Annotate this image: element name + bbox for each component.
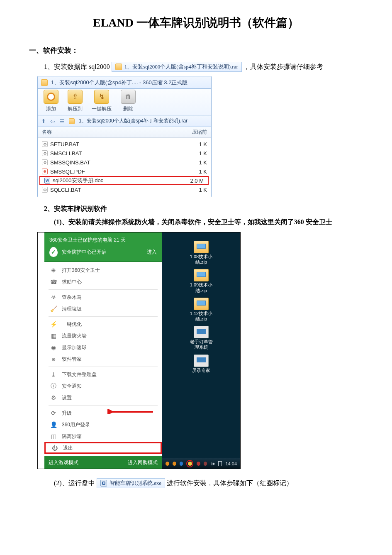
menu-item[interactable]: ⟳升级	[44, 407, 162, 419]
menu-item-icon: 🧹	[50, 306, 57, 312]
archive-icon	[69, 118, 75, 124]
menu-item[interactable]: ⤓下载文件整理盘	[44, 369, 162, 380]
menu-item-icon: ◉	[50, 344, 57, 351]
zip-delete-button[interactable]: 删除	[121, 90, 136, 112]
tray-flag-icon[interactable]	[218, 461, 222, 466]
menu-item-list: ⊕打开360安全卫士☎求助中心☣查杀木马🧹清理垃圾⚡一键优化▦流量防火墙◉显示加…	[44, 262, 162, 456]
tray-volume-icon[interactable]: 🕪	[210, 461, 215, 466]
zip-file-row[interactable]: SMSSQINS.BAT1 K	[38, 158, 211, 167]
zip-file-name: SMSCLI.BAT	[50, 150, 82, 156]
menu-item[interactable]: ⚡一键优化	[44, 318, 162, 330]
exe-file-chip: 智能车牌识别系统.exe	[97, 478, 165, 488]
shortcut-icon	[194, 241, 209, 253]
menu-item-exit[interactable]: ⏻退出	[44, 442, 162, 454]
menu-separator	[49, 367, 158, 367]
zip-oneclick-label: 一键解压	[92, 105, 112, 112]
tray-icon[interactable]	[166, 462, 169, 466]
menu-item-icon: ⚡	[50, 321, 57, 328]
trash-icon	[121, 90, 136, 104]
section-heading: 一、软件安装：	[29, 46, 363, 55]
zip-file-list: SETUP.BAT1 KSMSCLI.BAT1 KSMSSQINS.BAT1 K…	[38, 138, 211, 197]
menu-item-label: 退出	[63, 445, 73, 452]
zip-file-row[interactable]: sql2000安装手册.doc2.0 M	[39, 176, 209, 185]
zip-window-titlebar: 1、安装sql2000个人版(含sp4补丁.... - 360压缩 3.2正式版	[38, 76, 211, 89]
shortcut-icon	[194, 326, 209, 338]
zip-extract-to-button[interactable]: 解压到	[68, 90, 83, 112]
menu-bottom-bar: 进入游戏模式 进入网购模式	[44, 456, 162, 469]
shield-icon	[49, 247, 58, 257]
zip-window: 1、安装sql2000个人版(含sp4补丁.... - 360压缩 3.2正式版…	[37, 76, 212, 197]
zip-add-button[interactable]: 添加	[44, 90, 58, 112]
menu-item[interactable]: ⊕打开360安全卫士	[44, 264, 162, 276]
desktop-shortcut[interactable]: 老手订单管理系统	[189, 326, 214, 350]
menu-item-icon: ⎈	[50, 356, 57, 362]
desktop-shortcut[interactable]: 1.09技术小结.zip	[189, 269, 214, 293]
step-2-sub1: (1)、安装前请关掉操作系统防火墙，关闭杀毒软件，安全卫士等，如我这里关闭了36…	[54, 215, 363, 229]
shop-mode-link[interactable]: 进入网购模式	[128, 459, 158, 466]
document-title: ELAND 一体车牌识别说明书（软件篇）	[29, 15, 363, 31]
shortcut-label: 1.08技术小结.zip	[189, 254, 214, 265]
zip-file-row[interactable]: SMSCLI.BAT1 K	[38, 149, 211, 158]
tray-icon[interactable]	[204, 462, 207, 466]
nav-up-icon[interactable]: ⬆	[41, 118, 46, 125]
step-1-line: 1、安装数据库 sql2000 1、安装sql2000个人版(含sp4补丁和安装…	[44, 60, 363, 73]
menu-separator	[49, 289, 158, 290]
nav-back-icon[interactable]: ⇦	[50, 118, 55, 125]
step-1-leading: 1、安装数据库 sql2000	[44, 60, 110, 73]
menu-item[interactable]: ⓘ安全通知	[44, 380, 162, 392]
zip-file-row[interactable]: SMSSQL.PDF1 K	[38, 167, 211, 176]
tray-icon[interactable]	[180, 462, 183, 466]
menu-item[interactable]: ▦流量防火墙	[44, 330, 162, 342]
protect-label: 安全防护中心已开启	[62, 249, 107, 256]
menu-item[interactable]: ☎求助中心	[44, 276, 162, 288]
step-1-trailing: ，具体安装步骤请仔细参考	[243, 60, 323, 73]
archive-icon	[115, 64, 122, 70]
menu-item[interactable]: 🧹清理垃圾	[44, 303, 162, 315]
menu-item-label: 升级	[62, 410, 72, 417]
zip-col-before: 压缩前	[192, 129, 207, 136]
rar-file-chip: 1、安装sql2000个人版(含sp4补丁和安装说明).rar	[112, 62, 242, 72]
zip-oneclick-button[interactable]: 一键解压	[92, 90, 112, 112]
menu-item-label: 360用户登录	[62, 421, 90, 428]
menu-item[interactable]: ☣查杀木马	[44, 291, 162, 303]
menu-item-icon: ▦	[50, 333, 57, 339]
menu-item[interactable]: ◫隔离沙箱	[44, 430, 162, 442]
menu-item-label: 下载文件整理盘	[62, 371, 97, 378]
menu-item[interactable]: ⚙设置	[44, 392, 162, 403]
tray-highlight-icon[interactable]	[186, 460, 193, 467]
zip-toolbar: 添加 解压到 一键解压 删除	[38, 89, 211, 115]
pdf-file-icon	[42, 169, 48, 174]
menu-item-icon: ◫	[50, 433, 57, 440]
menu-item-label: 查杀木马	[62, 294, 82, 301]
shortcut-label: 屏录专家	[192, 368, 210, 373]
rar-file-chip-label: 1、安装sql2000个人版(含sp4补丁和安装说明).rar	[124, 61, 238, 72]
add-icon	[44, 90, 58, 104]
view-list-icon[interactable]: ☰	[59, 118, 65, 125]
tray-icon[interactable]	[197, 462, 200, 466]
menu-banner-text: 360安全卫士已保护您的电脑 21 天	[49, 237, 157, 244]
menu-banner: 360安全卫士已保护您的电脑 21 天 安全防护中心已开启 进入	[44, 232, 162, 262]
enter-link[interactable]: 进入	[147, 249, 157, 256]
menu-item[interactable]: 👤360用户登录	[44, 419, 162, 430]
menu-item-label: 流量防火墙	[62, 333, 87, 340]
menu-item-label: 一键优化	[62, 321, 82, 328]
bat-file-icon	[42, 150, 48, 156]
zip-add-label: 添加	[46, 105, 56, 112]
menu-item-icon: ⓘ	[50, 382, 57, 390]
doc-file-icon	[44, 178, 50, 183]
step-2-sub2-trailing: 进行软件安装，具体步骤如下（红圈标记）	[167, 477, 293, 490]
desktop-shortcut[interactable]: 1.08技术小结.zip	[189, 241, 214, 265]
menu-item[interactable]: ⎈软件管家	[44, 353, 162, 365]
menu-separator	[49, 316, 158, 317]
tray-icon[interactable]	[173, 462, 176, 466]
menu-item-label: 隔离沙箱	[62, 433, 82, 440]
desktop-shortcut[interactable]: 屏录专家	[189, 355, 214, 373]
menu-item-label: 安全通知	[62, 383, 82, 390]
zip-file-row[interactable]: SETUP.BAT1 K	[38, 139, 211, 149]
menu-item-label: 软件管家	[62, 356, 82, 363]
zip-file-row[interactable]: SQLCLI.BAT1 K	[38, 185, 211, 194]
game-mode-link[interactable]: 进入游戏模式	[49, 459, 78, 466]
menu-item[interactable]: ◉显示加速球	[44, 342, 162, 353]
desktop-shortcut[interactable]: 1.12技术小结.zip	[189, 298, 214, 322]
menu-item-icon: ☎	[50, 279, 57, 285]
